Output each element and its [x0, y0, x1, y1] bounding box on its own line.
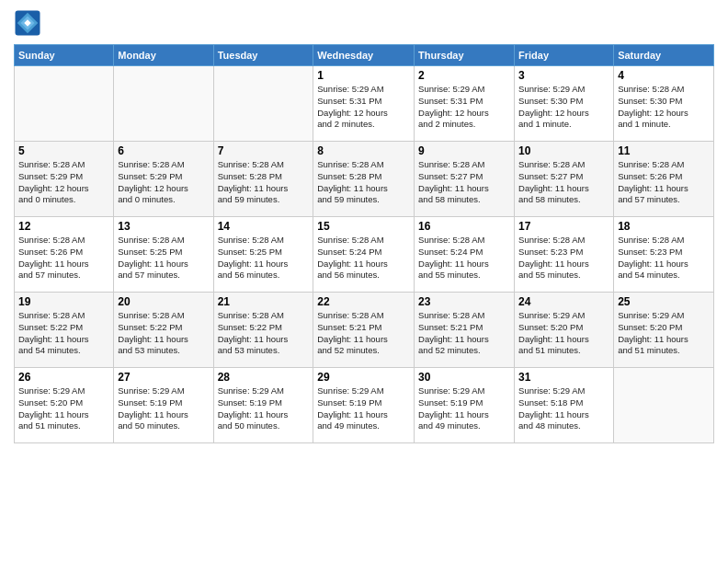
day-info: Sunrise: 5:29 AM Sunset: 5:31 PM Dayligh…: [418, 84, 510, 131]
day-info: Sunrise: 5:29 AM Sunset: 5:30 PM Dayligh…: [518, 84, 609, 131]
day-number: 28: [218, 371, 310, 384]
day-info: Sunrise: 5:28 AM Sunset: 5:21 PM Dayligh…: [418, 310, 510, 357]
calendar-cell: 15Sunrise: 5:28 AM Sunset: 5:24 PM Dayli…: [313, 217, 415, 293]
day-number: 18: [618, 220, 710, 233]
day-number: 1: [317, 69, 410, 82]
day-info: Sunrise: 5:29 AM Sunset: 5:18 PM Dayligh…: [518, 385, 609, 432]
day-number: 23: [418, 295, 510, 308]
calendar-body: 1Sunrise: 5:29 AM Sunset: 5:31 PM Daylig…: [15, 66, 714, 443]
day-number: 31: [518, 371, 609, 384]
day-info: Sunrise: 5:29 AM Sunset: 5:19 PM Dayligh…: [317, 385, 410, 432]
day-info: Sunrise: 5:28 AM Sunset: 5:28 PM Dayligh…: [218, 159, 310, 206]
calendar-cell: 4Sunrise: 5:28 AM Sunset: 5:30 PM Daylig…: [614, 66, 714, 142]
calendar-cell: 24Sunrise: 5:29 AM Sunset: 5:20 PM Dayli…: [515, 293, 614, 368]
calendar-cell: 8Sunrise: 5:28 AM Sunset: 5:28 PM Daylig…: [313, 142, 415, 217]
day-number: 19: [18, 295, 109, 308]
page-container: SundayMondayTuesdayWednesdayThursdayFrid…: [0, 0, 728, 448]
calendar-cell: 27Sunrise: 5:29 AM Sunset: 5:19 PM Dayli…: [114, 368, 213, 443]
calendar-cell: 21Sunrise: 5:28 AM Sunset: 5:22 PM Dayli…: [213, 293, 313, 368]
day-number: 26: [18, 371, 109, 384]
day-info: Sunrise: 5:28 AM Sunset: 5:29 PM Dayligh…: [118, 159, 209, 206]
day-info: Sunrise: 5:29 AM Sunset: 5:20 PM Dayligh…: [618, 310, 710, 357]
calendar-cell: 14Sunrise: 5:28 AM Sunset: 5:25 PM Dayli…: [213, 217, 313, 293]
calendar-cell: 6Sunrise: 5:28 AM Sunset: 5:29 PM Daylig…: [114, 142, 213, 217]
day-number: 2: [418, 69, 510, 82]
calendar-table: SundayMondayTuesdayWednesdayThursdayFrid…: [14, 44, 714, 443]
day-number: 7: [218, 144, 310, 157]
day-number: 29: [317, 371, 410, 384]
day-number: 12: [18, 220, 109, 233]
day-number: 11: [618, 144, 710, 157]
day-info: Sunrise: 5:28 AM Sunset: 5:28 PM Dayligh…: [317, 159, 410, 206]
weekday-header: Friday: [515, 45, 614, 66]
day-info: Sunrise: 5:28 AM Sunset: 5:26 PM Dayligh…: [618, 159, 710, 206]
calendar-week-row: 26Sunrise: 5:29 AM Sunset: 5:20 PM Dayli…: [15, 368, 714, 443]
day-info: Sunrise: 5:28 AM Sunset: 5:27 PM Dayligh…: [518, 159, 609, 206]
day-info: Sunrise: 5:28 AM Sunset: 5:23 PM Dayligh…: [518, 235, 609, 282]
day-info: Sunrise: 5:28 AM Sunset: 5:25 PM Dayligh…: [118, 235, 209, 282]
calendar-cell: 1Sunrise: 5:29 AM Sunset: 5:31 PM Daylig…: [313, 66, 415, 142]
calendar-cell: 2Sunrise: 5:29 AM Sunset: 5:31 PM Daylig…: [415, 66, 515, 142]
day-info: Sunrise: 5:29 AM Sunset: 5:19 PM Dayligh…: [218, 385, 310, 432]
calendar-cell: 11Sunrise: 5:28 AM Sunset: 5:26 PM Dayli…: [614, 142, 714, 217]
day-number: 30: [418, 371, 510, 384]
day-number: 13: [118, 220, 209, 233]
day-info: Sunrise: 5:29 AM Sunset: 5:20 PM Dayligh…: [18, 385, 109, 432]
day-number: 20: [118, 295, 209, 308]
day-number: 5: [18, 144, 109, 157]
weekday-row: SundayMondayTuesdayWednesdayThursdayFrid…: [15, 45, 714, 66]
day-number: 27: [118, 371, 209, 384]
calendar-cell: 7Sunrise: 5:28 AM Sunset: 5:28 PM Daylig…: [213, 142, 313, 217]
calendar-cell: 3Sunrise: 5:29 AM Sunset: 5:30 PM Daylig…: [515, 66, 614, 142]
calendar-cell: 19Sunrise: 5:28 AM Sunset: 5:22 PM Dayli…: [15, 293, 114, 368]
calendar-cell: 5Sunrise: 5:28 AM Sunset: 5:29 PM Daylig…: [15, 142, 114, 217]
day-info: Sunrise: 5:28 AM Sunset: 5:27 PM Dayligh…: [418, 159, 510, 206]
calendar-cell: 28Sunrise: 5:29 AM Sunset: 5:19 PM Dayli…: [213, 368, 313, 443]
day-info: Sunrise: 5:28 AM Sunset: 5:25 PM Dayligh…: [218, 235, 310, 282]
day-number: 10: [518, 144, 609, 157]
weekday-header: Wednesday: [313, 45, 415, 66]
day-number: 6: [118, 144, 209, 157]
day-info: Sunrise: 5:28 AM Sunset: 5:22 PM Dayligh…: [218, 310, 310, 357]
day-info: Sunrise: 5:29 AM Sunset: 5:19 PM Dayligh…: [118, 385, 209, 432]
day-info: Sunrise: 5:28 AM Sunset: 5:23 PM Dayligh…: [618, 235, 710, 282]
day-info: Sunrise: 5:29 AM Sunset: 5:20 PM Dayligh…: [518, 310, 609, 357]
weekday-header: Tuesday: [213, 45, 313, 66]
calendar-cell: 31Sunrise: 5:29 AM Sunset: 5:18 PM Dayli…: [515, 368, 614, 443]
logo: [14, 9, 45, 37]
day-info: Sunrise: 5:28 AM Sunset: 5:24 PM Dayligh…: [418, 235, 510, 282]
calendar-cell: 22Sunrise: 5:28 AM Sunset: 5:21 PM Dayli…: [313, 293, 415, 368]
day-info: Sunrise: 5:28 AM Sunset: 5:29 PM Dayligh…: [18, 159, 109, 206]
weekday-header: Monday: [114, 45, 213, 66]
day-info: Sunrise: 5:28 AM Sunset: 5:22 PM Dayligh…: [18, 310, 109, 357]
day-number: 22: [317, 295, 410, 308]
calendar-week-row: 1Sunrise: 5:29 AM Sunset: 5:31 PM Daylig…: [15, 66, 714, 142]
day-number: 24: [518, 295, 609, 308]
calendar-week-row: 19Sunrise: 5:28 AM Sunset: 5:22 PM Dayli…: [15, 293, 714, 368]
header: [14, 9, 714, 37]
day-number: 16: [418, 220, 510, 233]
calendar-cell: 29Sunrise: 5:29 AM Sunset: 5:19 PM Dayli…: [313, 368, 415, 443]
day-info: Sunrise: 5:28 AM Sunset: 5:30 PM Dayligh…: [618, 84, 710, 131]
calendar-week-row: 12Sunrise: 5:28 AM Sunset: 5:26 PM Dayli…: [15, 217, 714, 293]
calendar-cell: 13Sunrise: 5:28 AM Sunset: 5:25 PM Dayli…: [114, 217, 213, 293]
day-info: Sunrise: 5:29 AM Sunset: 5:19 PM Dayligh…: [418, 385, 510, 432]
calendar-cell: [614, 368, 714, 443]
calendar-cell: 9Sunrise: 5:28 AM Sunset: 5:27 PM Daylig…: [415, 142, 515, 217]
calendar-cell: 26Sunrise: 5:29 AM Sunset: 5:20 PM Dayli…: [15, 368, 114, 443]
calendar-cell: 10Sunrise: 5:28 AM Sunset: 5:27 PM Dayli…: [515, 142, 614, 217]
calendar-header: SundayMondayTuesdayWednesdayThursdayFrid…: [15, 45, 714, 66]
day-number: 17: [518, 220, 609, 233]
calendar-cell: 16Sunrise: 5:28 AM Sunset: 5:24 PM Dayli…: [415, 217, 515, 293]
calendar-cell: 30Sunrise: 5:29 AM Sunset: 5:19 PM Dayli…: [415, 368, 515, 443]
weekday-header: Thursday: [415, 45, 515, 66]
day-number: 14: [218, 220, 310, 233]
calendar-cell: [15, 66, 114, 142]
day-number: 9: [418, 144, 510, 157]
day-info: Sunrise: 5:28 AM Sunset: 5:26 PM Dayligh…: [18, 235, 109, 282]
day-info: Sunrise: 5:28 AM Sunset: 5:21 PM Dayligh…: [317, 310, 410, 357]
day-number: 4: [618, 69, 710, 82]
logo-icon: [14, 9, 41, 37]
calendar-cell: 12Sunrise: 5:28 AM Sunset: 5:26 PM Dayli…: [15, 217, 114, 293]
day-number: 8: [317, 144, 410, 157]
